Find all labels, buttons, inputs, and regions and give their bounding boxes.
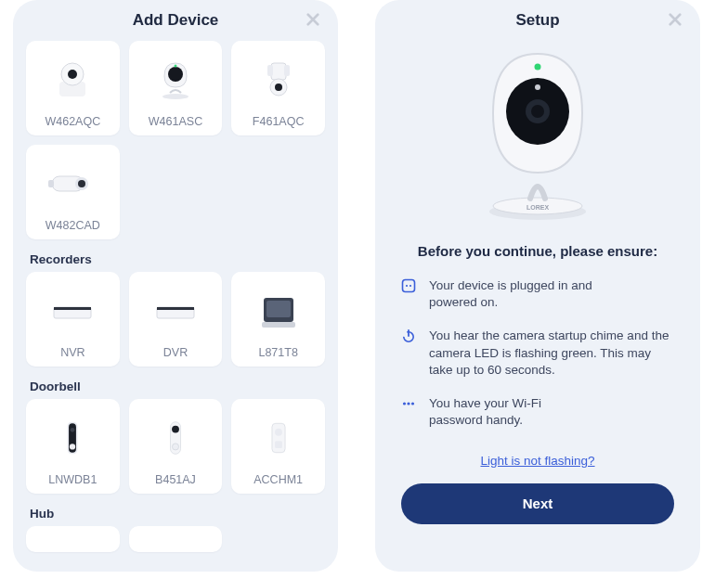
device-label: NVR (60, 342, 84, 359)
device-card[interactable]: W461ASC (129, 41, 223, 135)
device-card[interactable]: LNWDB1 (26, 399, 120, 494)
device-list: W462AQC W461ASC F461AQC W482CAD (13, 41, 338, 572)
floodlight-camera-icon (239, 48, 318, 111)
svg-rect-7 (267, 65, 273, 76)
device-label: B451AJ (155, 470, 196, 486)
light-not-flashing-link[interactable]: Light is not flashing? (480, 454, 594, 468)
device-label: ACCHM1 (254, 470, 303, 486)
svg-point-45 (403, 402, 406, 405)
power-icon (401, 328, 429, 343)
svg-point-38 (535, 84, 540, 90)
pt-camera-icon (33, 48, 112, 111)
help-link-row: Light is not flashing? (480, 452, 594, 469)
svg-point-42 (410, 285, 411, 287)
indoor-camera-large-icon: LOREX (473, 46, 603, 226)
svg-point-37 (531, 105, 544, 118)
dvr-icon (136, 279, 215, 342)
device-grid: W462AQC W461ASC F461AQC (26, 41, 325, 135)
monitor-recorder-icon (239, 279, 318, 342)
device-label: F461AQC (253, 111, 305, 128)
header: Add Device (13, 0, 338, 41)
close-button[interactable] (663, 7, 687, 32)
svg-point-25 (70, 444, 75, 449)
device-card[interactable]: B451AJ (129, 399, 223, 494)
device-card[interactable]: W462AQC (26, 41, 120, 135)
doorbell-black-icon (33, 406, 112, 470)
device-card[interactable]: ACCHM1 (231, 399, 325, 494)
device-grid: NVR DVR L871T8 (26, 272, 325, 367)
svg-rect-14 (48, 180, 54, 187)
bullet-camera-icon (33, 152, 112, 215)
ensure-title: Before you continue, please ensure: (418, 243, 657, 259)
close-button[interactable] (301, 7, 325, 32)
svg-rect-21 (262, 322, 295, 328)
svg-rect-8 (284, 65, 290, 76)
svg-point-46 (407, 402, 410, 405)
device-card[interactable]: NVR (26, 272, 120, 367)
device-grid (26, 526, 325, 552)
svg-point-28 (172, 444, 178, 450)
close-icon (669, 13, 682, 26)
check-text: You hear the camera startup chime and th… (429, 328, 674, 379)
device-card[interactable]: DVR (129, 272, 223, 367)
svg-point-30 (275, 429, 282, 436)
header: Setup (375, 0, 700, 41)
svg-rect-40 (403, 280, 415, 292)
device-label: DVR (163, 342, 188, 359)
device-card[interactable]: L871T8 (231, 272, 325, 367)
svg-point-24 (71, 428, 75, 432)
svg-rect-6 (271, 63, 286, 80)
next-button[interactable]: Next (401, 483, 674, 524)
device-card[interactable] (26, 526, 120, 552)
svg-point-27 (172, 426, 179, 433)
device-label: W462AQC (45, 111, 100, 128)
plug-icon (401, 277, 429, 293)
svg-point-41 (406, 285, 408, 287)
svg-point-2 (68, 70, 77, 79)
device-label: LNWDB1 (48, 470, 97, 486)
svg-point-47 (411, 402, 414, 405)
add-device-screen: Add Device W462AQC W461ASC (13, 0, 338, 572)
svg-rect-31 (275, 441, 282, 448)
section-title: Doorbell (30, 380, 325, 393)
svg-text:LOREX: LOREX (526, 204, 549, 211)
svg-point-10 (275, 84, 282, 91)
close-icon (306, 13, 319, 26)
page-title: Setup (515, 11, 559, 30)
device-label: L871T8 (258, 342, 297, 359)
setup-body: LOREX Before you continue, please ensure… (375, 41, 700, 524)
svg-point-3 (162, 94, 188, 99)
device-grid: LNWDB1 B451AJ ACCHM1 (26, 399, 325, 494)
svg-rect-20 (266, 301, 291, 317)
check-row: You have your Wi-Fi password handy. (401, 395, 674, 429)
setup-screen: Setup LOREX Before you continue, please … (375, 0, 700, 572)
page-title: Add Device (133, 11, 219, 30)
indoor-camera-icon (136, 48, 215, 111)
nvr-icon (33, 279, 112, 342)
section-title: Hub (30, 507, 325, 521)
device-grid: W482CAD (26, 145, 325, 239)
chime-icon (239, 406, 318, 470)
svg-rect-16 (54, 307, 91, 310)
check-row: Your device is plugged in and powered on… (401, 277, 674, 311)
doorbell-white-icon (136, 406, 215, 470)
check-text: You have your Wi-Fi password handy. (429, 395, 596, 429)
device-card[interactable]: F461AQC (231, 41, 325, 135)
device-card[interactable] (129, 526, 223, 552)
check-text: Your device is plugged in and powered on… (429, 277, 633, 311)
check-row: You hear the camera startup chime and th… (401, 328, 674, 379)
section-title: Recorders (30, 252, 325, 266)
svg-rect-18 (157, 307, 194, 310)
dots-icon (401, 395, 429, 411)
svg-point-39 (535, 64, 541, 71)
svg-point-5 (174, 65, 176, 68)
device-label: W461ASC (149, 111, 202, 128)
device-card[interactable]: W482CAD (26, 145, 120, 239)
svg-point-4 (168, 67, 183, 82)
svg-point-13 (78, 180, 85, 187)
device-label: W482CAD (46, 215, 100, 232)
